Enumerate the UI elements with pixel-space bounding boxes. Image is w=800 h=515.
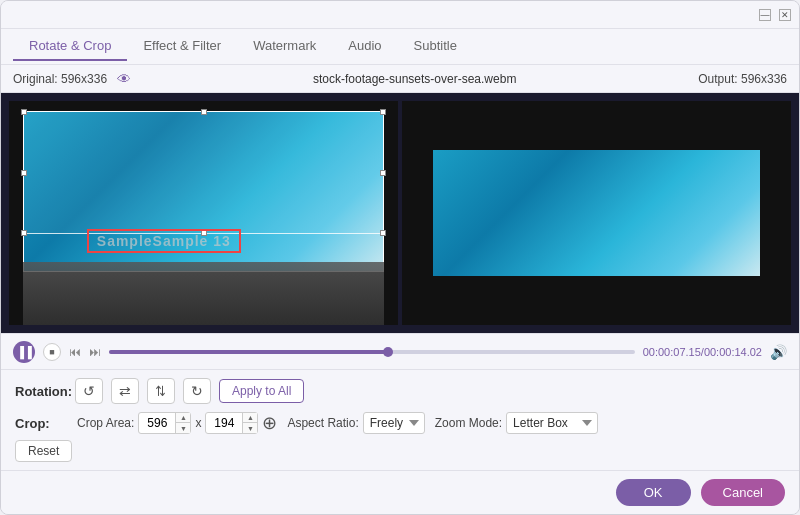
crop-label: Crop: <box>15 416 67 431</box>
tabs-bar: Rotate & Crop Effect & Filter Watermark … <box>1 29 799 65</box>
reset-button[interactable]: Reset <box>15 440 72 462</box>
rotation-row: Rotation: ↺ ⇄ ⇄ ↻ Apply to All <box>15 378 785 404</box>
grayscale-overlay <box>23 262 384 325</box>
crop-height-spinbox[interactable]: ▲ ▼ <box>205 412 258 434</box>
rotation-label: Rotation: <box>15 384 67 399</box>
crop-overlay[interactable] <box>23 111 384 234</box>
eye-icon[interactable]: 👁 <box>117 71 131 87</box>
progress-fill <box>109 350 388 354</box>
tab-effect-filter[interactable]: Effect & Filter <box>127 32 237 61</box>
flip-horizontal-button[interactable]: ⇄ <box>111 378 139 404</box>
total-time: 00:00:14.02 <box>704 346 762 358</box>
tab-subtitle[interactable]: Subtitle <box>398 32 473 61</box>
right-video-frame <box>433 150 760 275</box>
rotate-left-icon: ↺ <box>83 383 95 399</box>
stop-icon: ■ <box>49 347 54 357</box>
close-button[interactable]: ✕ <box>779 9 791 21</box>
preview-right <box>402 101 791 325</box>
zoom-mode-label: Zoom Mode: <box>435 416 502 430</box>
output-size-label: Output: 596x336 <box>698 72 787 86</box>
current-time: 00:00:07.15 <box>643 346 701 358</box>
apply-to-all-button[interactable]: Apply to All <box>219 379 304 403</box>
progress-track[interactable] <box>109 350 635 354</box>
aspect-ratio-label: Aspect Ratio: <box>287 416 358 430</box>
crop-center-icon[interactable]: ⊕ <box>262 412 277 434</box>
skip-forward-button[interactable]: ⏭ <box>89 345 101 359</box>
title-bar: — ✕ <box>1 1 799 29</box>
aspect-ratio-dropdown[interactable]: Freely 16:9 4:3 1:1 9:16 <box>363 412 425 434</box>
original-size-label: Original: 596x336 <box>13 72 107 86</box>
crop-handle-leftmid[interactable] <box>21 170 27 176</box>
crop-handle-topright[interactable] <box>380 109 386 115</box>
ok-button[interactable]: OK <box>616 479 691 506</box>
tab-watermark[interactable]: Watermark <box>237 32 332 61</box>
preview-left: SampleSample 13 <box>9 101 398 325</box>
cancel-button[interactable]: Cancel <box>701 479 785 506</box>
crop-height-up[interactable]: ▲ <box>243 413 257 423</box>
video-canvas-right <box>402 101 791 325</box>
crop-handle-bottomleft[interactable] <box>21 230 27 236</box>
pause-icon: ▐▐ <box>16 346 32 358</box>
skip-back-button[interactable]: ⏮ <box>69 345 81 359</box>
flip-vertical-button[interactable]: ⇄ <box>147 378 175 404</box>
crop-handle-topmid[interactable] <box>201 109 207 115</box>
video-canvas-left: SampleSample 13 <box>9 101 398 325</box>
controls-area: Rotation: ↺ ⇄ ⇄ ↻ Apply to All Crop: Cro… <box>1 369 799 470</box>
zoom-mode-dropdown[interactable]: Letter Box Pan & Scan Full <box>506 412 598 434</box>
crop-x-label: x <box>195 416 201 430</box>
playback-bar: ▐▐ ■ ⏮ ⏭ 00:00:07.15/00:00:14.02 🔊 <box>1 333 799 369</box>
flip-horizontal-icon: ⇄ <box>119 383 131 399</box>
crop-handle-topleft[interactable] <box>21 109 27 115</box>
crop-width-arrows: ▲ ▼ <box>175 413 190 433</box>
flip-vertical-icon: ⇄ <box>153 385 169 397</box>
crop-handle-rightmid[interactable] <box>380 170 386 176</box>
tab-audio[interactable]: Audio <box>332 32 397 61</box>
crop-width-spinbox[interactable]: ▲ ▼ <box>138 412 191 434</box>
rotate-right-button[interactable]: ↻ <box>183 378 211 404</box>
crop-height-input[interactable] <box>206 416 242 430</box>
aspect-ratio-section: Aspect Ratio: Freely 16:9 4:3 1:1 9:16 <box>287 412 424 434</box>
watermark-overlay: SampleSample 13 <box>87 229 241 253</box>
rotate-left-button[interactable]: ↺ <box>75 378 103 404</box>
volume-icon[interactable]: 🔊 <box>770 344 787 360</box>
crop-width-up[interactable]: ▲ <box>176 413 190 423</box>
crop-area-label: Crop Area: <box>77 416 134 430</box>
preview-area: SampleSample 13 <box>1 93 799 333</box>
pause-button[interactable]: ▐▐ <box>13 341 35 363</box>
info-bar: Original: 596x336 👁 stock-footage-sunset… <box>1 65 799 93</box>
crop-width-down[interactable]: ▼ <box>176 423 190 433</box>
crop-row: Crop: Crop Area: ▲ ▼ x ▲ ▼ ⊕ <box>15 412 785 434</box>
stop-button[interactable]: ■ <box>43 343 61 361</box>
crop-area-section: Crop Area: ▲ ▼ x ▲ ▼ ⊕ <box>77 412 277 434</box>
minimize-button[interactable]: — <box>759 9 771 21</box>
crop-height-arrows: ▲ ▼ <box>242 413 257 433</box>
tab-rotate-crop[interactable]: Rotate & Crop <box>13 32 127 61</box>
progress-thumb[interactable] <box>383 347 393 357</box>
zoom-mode-section: Zoom Mode: Letter Box Pan & Scan Full <box>435 412 598 434</box>
filename-label: stock-footage-sunsets-over-sea.webm <box>131 72 698 86</box>
crop-width-input[interactable] <box>139 416 175 430</box>
time-display: 00:00:07.15/00:00:14.02 <box>643 346 762 358</box>
rotate-right-icon: ↻ <box>191 383 203 399</box>
crop-handle-bottomright[interactable] <box>380 230 386 236</box>
crop-height-down[interactable]: ▼ <box>243 423 257 433</box>
bottom-bar: OK Cancel <box>1 470 799 514</box>
